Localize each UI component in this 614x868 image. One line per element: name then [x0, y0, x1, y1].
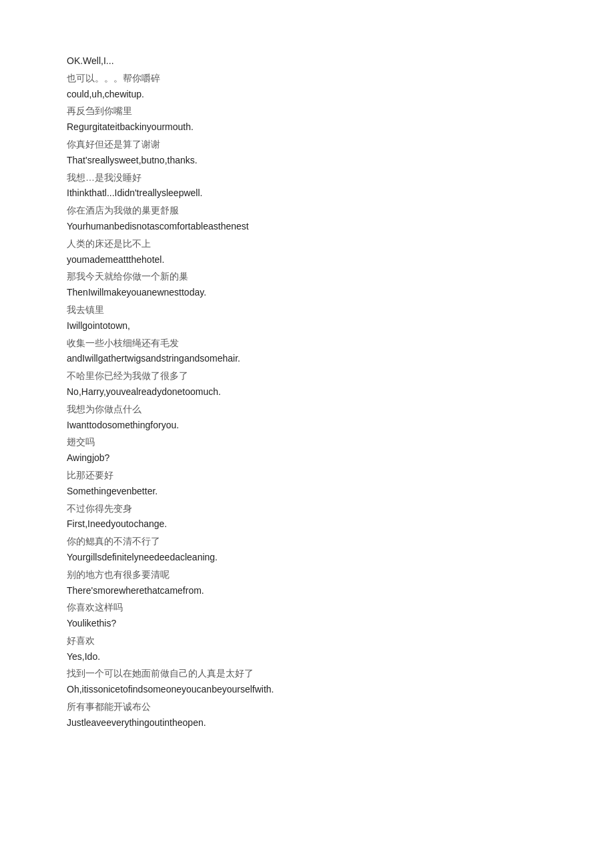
subtitle-pair: 再反刍到你嘴里Regurgitateitbackinyourmouth.: [67, 103, 547, 135]
english-text: Regurgitateitbackinyourmouth.: [67, 119, 547, 135]
english-text: Yes,Ido.: [67, 649, 547, 665]
subtitle-pair: 翅交吗Awingjob?: [67, 434, 547, 466]
english-text: Awingjob?: [67, 450, 547, 466]
chinese-text: 不哈里你已经为我做了很多了: [67, 368, 547, 384]
subtitle-pair: 不过你得先变身First,Ineedyoutochange.: [67, 501, 547, 533]
chinese-text: 我去镇里: [67, 302, 547, 318]
english-text: could,uh,chewitup.: [67, 87, 547, 103]
chinese-text: 收集一些小枝细绳还有毛发: [67, 336, 547, 352]
subtitle-pair: 你在酒店为我做的巢更舒服Yourhumanbedisnotascomfortab…: [67, 203, 547, 235]
subtitle-pair: 别的地方也有很多要清呢There'smorewherethatcamefrom.: [67, 567, 547, 599]
subtitle-pair: 好喜欢Yes,Ido.: [67, 633, 547, 665]
english-text: Justleaveeverythingoutintheopen.: [67, 715, 547, 731]
english-text: First,Ineedyoutochange.: [67, 516, 547, 532]
english-text: Iwillgointotown,: [67, 318, 547, 334]
subtitle-pair: 那我今天就给你做一个新的巢ThenIwillmakeyouanewnesttod…: [67, 269, 547, 301]
chinese-text: 你喜欢这样吗: [67, 600, 547, 616]
chinese-text: 我想…是我没睡好: [67, 170, 547, 186]
chinese-text: 也可以。。。帮你嚼碎: [67, 71, 547, 87]
english-text: andIwillgathertwigsandstringandsomehair.: [67, 351, 547, 367]
english-text: Ithinkthatl...Ididn'treallysleepwell.: [67, 185, 547, 201]
content-container: OK.Well,I...也可以。。。帮你嚼碎could,uh,chewitup.…: [67, 53, 547, 731]
chinese-text: 所有事都能开诚布公: [67, 699, 547, 715]
chinese-text: 别的地方也有很多要清呢: [67, 567, 547, 583]
subtitle-pair: 比那还要好Somethingevenbetter.: [67, 468, 547, 500]
chinese-text: 不过你得先变身: [67, 501, 547, 517]
english-text: Yourgillsdefinitelyneedeedacleaning.: [67, 550, 547, 566]
subtitle-pair: 所有事都能开诚布公Justleaveeverythingoutintheopen…: [67, 699, 547, 731]
subtitle-pair: 我去镇里Iwillgointotown,: [67, 302, 547, 334]
chinese-text: 你真好但还是算了谢谢: [67, 137, 547, 153]
english-text: Youlikethis?: [67, 616, 547, 632]
subtitle-pair: OK.Well,I...: [67, 53, 547, 69]
english-text: youmademeattthehotel.: [67, 252, 547, 268]
chinese-text: 那我今天就给你做一个新的巢: [67, 269, 547, 285]
english-text: OK.Well,I...: [67, 53, 547, 69]
english-text: Somethingevenbetter.: [67, 484, 547, 500]
chinese-text: 你在酒店为我做的巢更舒服: [67, 203, 547, 219]
subtitle-pair: 你喜欢这样吗Youlikethis?: [67, 600, 547, 632]
chinese-text: 翅交吗: [67, 434, 547, 450]
chinese-text: 比那还要好: [67, 468, 547, 484]
subtitle-pair: 我想…是我没睡好Ithinkthatl...Ididn'treallysleep…: [67, 170, 547, 202]
subtitle-pair: 你真好但还是算了谢谢That'sreallysweet,butno,thanks…: [67, 137, 547, 169]
english-text: Oh,itissonicetofindsomeoneyoucanbeyourse…: [67, 682, 547, 698]
english-text: Yourhumanbedisnotascomfortableasthenest: [67, 219, 547, 235]
chinese-text: 人类的床还是比不上: [67, 236, 547, 252]
chinese-text: 你的鳃真的不清不行了: [67, 534, 547, 550]
english-text: That'sreallysweet,butno,thanks.: [67, 153, 547, 169]
chinese-text: 我想为你做点什么: [67, 402, 547, 418]
chinese-text: 好喜欢: [67, 633, 547, 649]
subtitle-pair: 不哈里你已经为我做了很多了No,Harry,youvealreadydoneto…: [67, 368, 547, 400]
subtitle-pair: 我想为你做点什么Iwanttodosomethingforyou.: [67, 402, 547, 434]
english-text: There'smorewherethatcamefrom.: [67, 583, 547, 599]
subtitle-pair: 收集一些小枝细绳还有毛发andIwillgathertwigsandstring…: [67, 336, 547, 368]
subtitle-pair: 人类的床还是比不上youmademeattthehotel.: [67, 236, 547, 268]
chinese-text: 再反刍到你嘴里: [67, 103, 547, 119]
subtitle-pair: 也可以。。。帮你嚼碎could,uh,chewitup.: [67, 71, 547, 103]
english-text: ThenIwillmakeyouanewnesttoday.: [67, 285, 547, 301]
subtitle-pair: 找到一个可以在她面前做自己的人真是太好了Oh,itissonicetofinds…: [67, 666, 547, 698]
chinese-text: 找到一个可以在她面前做自己的人真是太好了: [67, 666, 547, 682]
subtitle-pair: 你的鳃真的不清不行了Yourgillsdefinitelyneedeedacle…: [67, 534, 547, 566]
english-text: No,Harry,youvealreadydonetoomuch.: [67, 384, 547, 400]
english-text: Iwanttodosomethingforyou.: [67, 418, 547, 434]
